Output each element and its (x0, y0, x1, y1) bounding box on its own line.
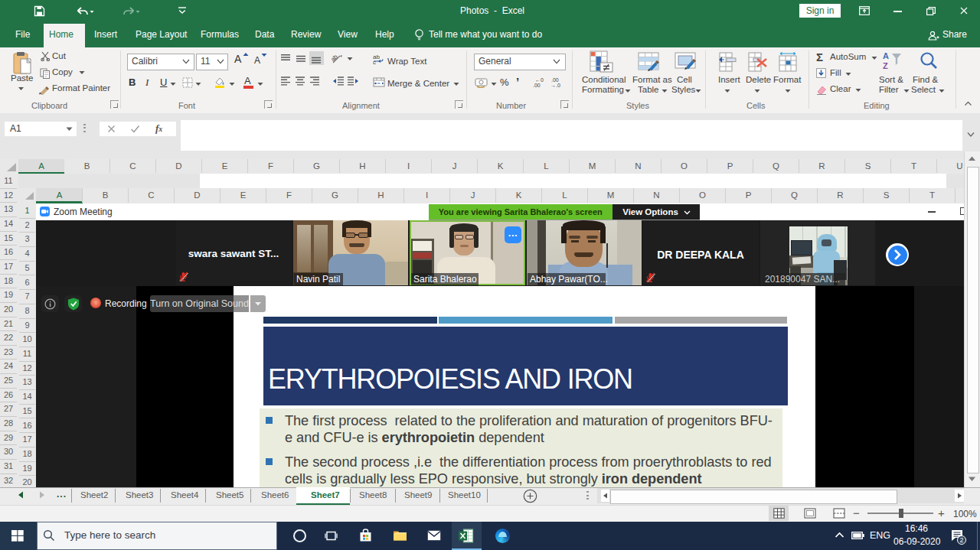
svg-text:ab: ab (332, 53, 339, 63)
svg-text:.00: .00 (533, 83, 541, 88)
svg-text:→.0: →.0 (550, 83, 560, 88)
svg-text:Z: Z (883, 61, 888, 70)
svg-text:c: c (373, 59, 376, 64)
svg-text:A: A (883, 51, 889, 60)
svg-text:←0: ←0 (535, 77, 544, 83)
svg-text:.00: .00 (551, 77, 559, 83)
